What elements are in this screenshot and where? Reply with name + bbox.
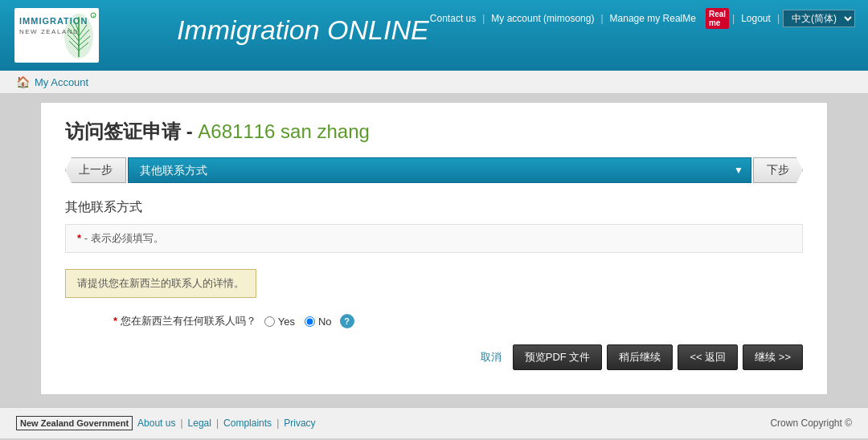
page-title: 访问签证申请 - A681116 san zhang	[65, 119, 803, 145]
back-button[interactable]: << 返回	[678, 344, 738, 370]
footer-sep-2: |	[216, 418, 219, 429]
privacy-link[interactable]: Privacy	[284, 418, 315, 429]
required-note-text: - 表示必须填写。	[84, 232, 164, 244]
nz-gov-logo[interactable]: New Zealand Government	[16, 416, 133, 430]
contact-us-link[interactable]: Contact us	[424, 13, 482, 24]
radio-no-text: No	[318, 316, 332, 328]
section-heading: 其他联系方式	[65, 199, 803, 216]
title-dash: -	[186, 120, 199, 142]
complaints-link[interactable]: Complaints	[223, 418, 272, 429]
about-us-link[interactable]: About us	[137, 418, 175, 429]
my-account-link[interactable]: My account (mimosong)	[485, 13, 600, 24]
logo-container: IMMIGRATION NEW ZEALAND ® Contac	[13, 6, 174, 64]
radio-no[interactable]	[305, 316, 315, 327]
footer-copyright: Crown Copyright ©	[770, 418, 852, 429]
radio-yes-label[interactable]: Yes	[264, 316, 295, 328]
required-note-box: * - 表示必须填写。	[65, 224, 803, 253]
question-row: * 您在新西兰有任何联系人吗？ Yes No ?	[65, 314, 803, 328]
cancel-button[interactable]: 取消	[474, 347, 508, 368]
nav-sep-4: |	[777, 13, 780, 24]
question-label: * 您在新西兰有任何联系人吗？	[113, 314, 256, 328]
footer-links: New Zealand Government About us | Legal …	[16, 416, 316, 430]
help-icon[interactable]: ?	[340, 314, 354, 328]
language-selector[interactable]: 中文(简体) English	[783, 10, 855, 27]
next-step-button[interactable]: 下步	[753, 157, 803, 183]
radio-yes[interactable]	[264, 316, 275, 327]
footer-sep-1: |	[180, 418, 182, 429]
title-text: 访问签证申请	[65, 120, 181, 142]
site-title: Immigration ONLINE	[177, 14, 429, 45]
step-navigation: 上一步 其他联系方式 ▼ 下步	[65, 157, 803, 183]
app-id: A681116 san zhang	[198, 120, 370, 142]
svg-text:®: ®	[92, 14, 95, 18]
content-box: 访问签证申请 - A681116 san zhang 上一步 其他联系方式 ▼ …	[40, 102, 828, 395]
footer-sep-3: |	[276, 418, 279, 429]
top-navigation: IMMIGRATION NEW ZEALAND ® Contac	[0, 0, 868, 71]
save-later-button[interactable]: 稍后继续	[607, 344, 673, 370]
breadcrumb-bar: 🏠 My Account	[0, 71, 868, 94]
action-row: 取消 预览PDF 文件 稍后继续 << 返回 继续 >>	[65, 344, 803, 370]
my-account-breadcrumb[interactable]: My Account	[35, 76, 88, 88]
preview-pdf-button[interactable]: 预览PDF 文件	[513, 344, 603, 370]
required-star: *	[77, 232, 81, 244]
radio-no-label[interactable]: No	[305, 316, 332, 328]
question-text: 您在新西兰有任何联系人吗？	[121, 315, 256, 327]
logout-link[interactable]: Logout	[735, 13, 777, 24]
prev-step-button[interactable]: 上一步	[65, 157, 126, 183]
legal-link[interactable]: Legal	[188, 418, 211, 429]
realme-icon: Realme	[706, 8, 729, 29]
footer: New Zealand Government About us | Legal …	[0, 407, 868, 438]
continue-button[interactable]: 继续 >>	[743, 344, 803, 370]
manage-realme-link[interactable]: Manage my RealMe	[604, 13, 702, 24]
step-dropdown-container: 其他联系方式 ▼	[128, 157, 751, 183]
main-wrapper: 访问签证申请 - A681116 san zhang 上一步 其他联系方式 ▼ …	[0, 94, 868, 407]
info-box: 请提供您在新西兰的联系人的详情。	[65, 269, 256, 298]
step-dropdown[interactable]: 其他联系方式	[128, 157, 751, 183]
home-icon: 🏠	[16, 75, 30, 88]
radio-group: Yes No	[264, 316, 332, 328]
question-required-star: *	[113, 315, 121, 327]
nz-immigration-logo: IMMIGRATION NEW ZEALAND ®	[13, 6, 174, 64]
radio-yes-text: Yes	[278, 316, 295, 328]
